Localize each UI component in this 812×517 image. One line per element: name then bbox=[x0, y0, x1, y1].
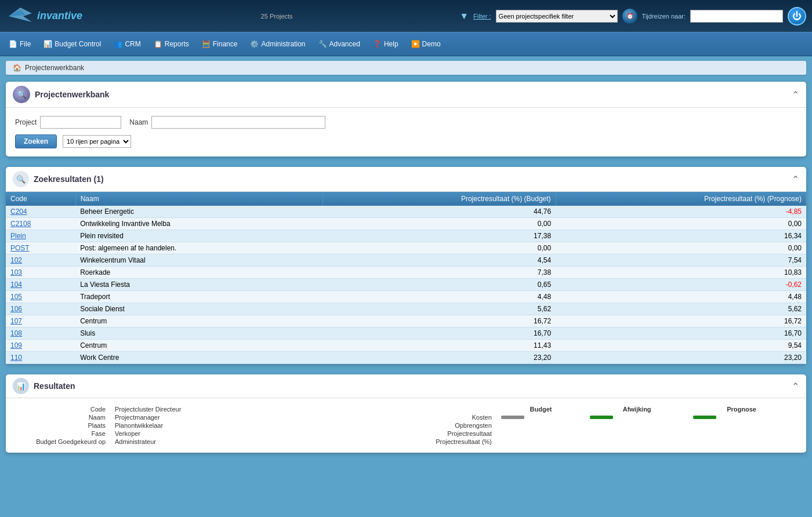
nav-label-administration: Administration bbox=[261, 40, 305, 48]
cell-prognose: 7,54 bbox=[556, 254, 806, 267]
nav-item-administration[interactable]: ⚙️ Administration bbox=[244, 38, 311, 50]
col-naam: Naam bbox=[75, 192, 322, 206]
cell-budget: 5,62 bbox=[322, 303, 556, 315]
cell-code[interactable]: 109 bbox=[6, 340, 75, 352]
nav-label-crm: CRM bbox=[125, 40, 140, 48]
search-panel-title: Projectenwerkbank bbox=[35, 90, 109, 99]
results-panel-title: Zoekresultaten (1) bbox=[34, 174, 104, 184]
table-row: 105Tradeport4,484,48 bbox=[6, 291, 806, 303]
cell-code[interactable]: 103 bbox=[6, 267, 75, 279]
nav-label-finance: Finance bbox=[213, 40, 238, 48]
logo: invantive bbox=[6, 5, 82, 28]
cell-naam: Tradeport bbox=[75, 291, 322, 303]
nav-label-help: Help bbox=[384, 40, 398, 48]
cell-naam: Beheer Energetic bbox=[75, 206, 322, 218]
crm-icon: 👥 bbox=[114, 40, 122, 48]
results-panel-collapse[interactable]: ⌃ bbox=[792, 174, 799, 185]
cell-code[interactable]: 106 bbox=[6, 303, 75, 315]
cell-code[interactable]: 110 bbox=[6, 352, 75, 364]
nav-item-advanced[interactable]: 🔧 Advanced bbox=[313, 38, 366, 50]
breadcrumb-label: Projectenwerkbank bbox=[25, 64, 84, 72]
opbrengsten-label: Opbrengsten bbox=[317, 421, 496, 429]
nav-item-help[interactable]: ❓ Help bbox=[367, 38, 404, 50]
table-row: 107Centrum16,7216,72 bbox=[6, 315, 806, 327]
project-label: Project bbox=[15, 118, 37, 126]
nav-item-file[interactable]: 📄 File bbox=[3, 38, 37, 50]
plaats-label: Plaats bbox=[17, 421, 110, 429]
cell-prognose: 16,72 bbox=[556, 315, 806, 327]
col-budget: Projectresultaat (%) (Budget) bbox=[322, 192, 556, 206]
cell-prognose: 16,70 bbox=[556, 327, 806, 340]
naam-label: Naam bbox=[17, 413, 110, 421]
project-field-group: Project bbox=[15, 116, 121, 129]
cell-naam: La Viesta Fiesta bbox=[75, 279, 322, 291]
project-input[interactable] bbox=[40, 116, 121, 129]
zoeken-button[interactable]: Zoeken bbox=[15, 134, 57, 148]
advanced-icon: 🔧 bbox=[318, 40, 327, 48]
cell-code[interactable]: POST bbox=[6, 242, 75, 254]
breadcrumb: 🏠 Projectenwerkbank bbox=[6, 61, 806, 75]
cell-budget: 0,00 bbox=[322, 242, 556, 254]
nav-label-demo: Demo bbox=[422, 40, 441, 48]
cell-code[interactable]: C204 bbox=[6, 206, 75, 218]
afwijking-bar-cell bbox=[585, 413, 688, 421]
cell-prognose: 23,20 bbox=[556, 352, 806, 364]
cell-naam: Post: algemeen af te handelen. bbox=[75, 242, 322, 254]
cell-code[interactable]: 107 bbox=[6, 315, 75, 327]
resultaten-icon: 📊 bbox=[13, 378, 29, 394]
cell-budget: 7,38 bbox=[322, 267, 556, 279]
cell-code[interactable]: C2108 bbox=[6, 218, 75, 230]
cell-code[interactable]: 102 bbox=[6, 254, 75, 267]
projectresultaat-label: Projectresultaat bbox=[317, 429, 496, 438]
cell-naam: Roerkade bbox=[75, 267, 322, 279]
cell-naam: Work Centre bbox=[75, 352, 322, 364]
cell-budget: 23,20 bbox=[322, 352, 556, 364]
filter-select[interactable]: Geen projectspecifiek filter bbox=[496, 10, 618, 23]
cell-budget: 16,70 bbox=[322, 327, 556, 340]
cell-prognose: 10,83 bbox=[556, 267, 806, 279]
rows-per-page-select[interactable]: 10 rijen per pagina 5 rijen per pagina 2… bbox=[63, 135, 131, 148]
table-row: 110Work Centre23,2023,20 bbox=[6, 352, 806, 364]
cell-budget: 4,54 bbox=[322, 254, 556, 267]
resultaten-collapse[interactable]: ⌃ bbox=[792, 381, 799, 392]
code-label: Code bbox=[17, 405, 110, 413]
cell-prognose: -0,62 bbox=[556, 279, 806, 291]
tijdreizen-input[interactable] bbox=[690, 10, 783, 23]
naam-label: Naam bbox=[129, 118, 148, 126]
cell-prognose: 0,00 bbox=[556, 218, 806, 230]
cell-code[interactable]: 108 bbox=[6, 327, 75, 340]
table-row: 108Sluis16,7016,70 bbox=[6, 327, 806, 340]
results-panel-header: 🔍 Zoekresultaten (1) ⌃ bbox=[6, 167, 806, 192]
nav-item-demo[interactable]: ▶️ Demo bbox=[405, 38, 447, 50]
cell-prognose: 16,34 bbox=[556, 230, 806, 242]
nav-label-advanced: Advanced bbox=[329, 40, 360, 48]
cell-code[interactable]: 104 bbox=[6, 279, 75, 291]
results-panel: 🔍 Zoekresultaten (1) ⌃ Code Naam Project… bbox=[6, 167, 806, 364]
budget-icon: 📊 bbox=[44, 40, 52, 48]
cell-naam: Winkelcentrum Vitaal bbox=[75, 254, 322, 267]
cell-naam: Centrum bbox=[75, 315, 322, 327]
results-search-icon: 🔍 bbox=[13, 171, 29, 187]
resultaten-header: 📊 Resultaten ⌃ bbox=[6, 374, 806, 398]
nav-bar: 📄 File 📊 Budget Control 👥 CRM 📋 Reports … bbox=[0, 32, 812, 56]
search-panel-collapse[interactable]: ⌃ bbox=[792, 89, 799, 100]
cell-code[interactable]: 105 bbox=[6, 291, 75, 303]
nav-item-reports[interactable]: 📋 Reports bbox=[148, 38, 195, 50]
search-panel-header: 🔍 Projectenwerkbank ⌃ bbox=[6, 82, 806, 108]
cell-budget: 44,76 bbox=[322, 206, 556, 218]
budget-bar-cell bbox=[496, 413, 585, 421]
power-button[interactable]: ⏻ bbox=[788, 7, 806, 26]
results-panel-body: Code Naam Projectresultaat (%) (Budget) … bbox=[6, 192, 806, 364]
nav-item-crm[interactable]: 👥 CRM bbox=[108, 38, 146, 50]
cell-naam: Centrum bbox=[75, 340, 322, 352]
nav-item-finance[interactable]: 🧮 Finance bbox=[196, 38, 244, 50]
naam-input[interactable] bbox=[151, 116, 325, 129]
budget-col-label: Budget bbox=[496, 405, 585, 413]
table-row: C204Beheer Energetic44,76-4,85 bbox=[6, 206, 806, 218]
cell-code[interactable]: Plein bbox=[6, 230, 75, 242]
nav-item-budget[interactable]: 📊 Budget Control bbox=[38, 38, 107, 50]
cell-budget: 4,48 bbox=[322, 291, 556, 303]
filter-label[interactable]: Filter : bbox=[473, 13, 491, 20]
cell-naam: Plein revisited bbox=[75, 230, 322, 242]
reports-icon: 📋 bbox=[154, 40, 162, 48]
